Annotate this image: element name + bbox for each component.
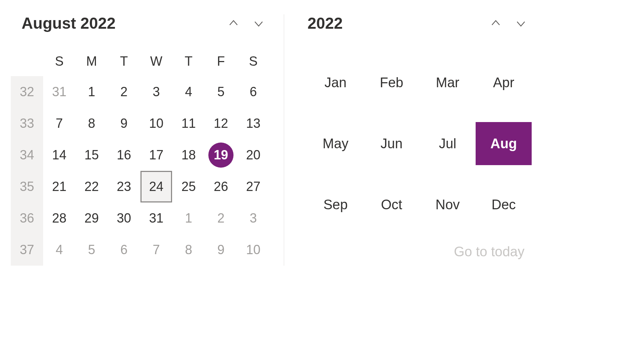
- weekday-header: W: [140, 47, 172, 76]
- day-cell[interactable]: 28: [43, 202, 75, 234]
- day-cell[interactable]: 17: [140, 139, 172, 171]
- week-number: 35: [11, 171, 43, 202]
- day-cell[interactable]: 9: [108, 108, 140, 139]
- year-prev-button[interactable]: [489, 16, 503, 31]
- day-cell[interactable]: 20: [237, 139, 269, 171]
- day-cell[interactable]: 25: [172, 171, 205, 202]
- day-cell[interactable]: 31: [140, 202, 172, 234]
- month-cell[interactable]: Jul: [420, 122, 476, 165]
- day-cell[interactable]: 21: [43, 171, 75, 202]
- month-panel: August 2022 SMTWTFS323112345633789101112…: [11, 14, 284, 266]
- day-cell[interactable]: 22: [75, 171, 108, 202]
- month-cell[interactable]: Jun: [364, 122, 420, 165]
- day-cell[interactable]: 14: [43, 139, 75, 171]
- day-cell[interactable]: 5: [75, 234, 108, 266]
- month-nav-arrows: [226, 16, 266, 31]
- arrow-up-icon: [227, 17, 240, 30]
- month-cell[interactable]: Nov: [420, 183, 476, 226]
- day-cell[interactable]: 4: [172, 76, 205, 108]
- week-number: 32: [11, 76, 43, 108]
- day-cell[interactable]: 31: [43, 76, 75, 108]
- arrow-up-icon: [489, 17, 502, 30]
- weekday-header: S: [237, 47, 269, 76]
- day-cell[interactable]: 3: [140, 76, 172, 108]
- day-cell[interactable]: 1: [75, 76, 108, 108]
- day-cell[interactable]: 12: [205, 108, 237, 139]
- year-grid: JanFebMarAprMayJunJulAugSepOctNovDec: [304, 47, 535, 226]
- day-cell[interactable]: 19: [205, 139, 237, 171]
- day-cell[interactable]: 26: [205, 171, 237, 202]
- day-cell[interactable]: 9: [205, 234, 237, 266]
- week-number: 33: [11, 108, 43, 139]
- day-cell[interactable]: 10: [237, 234, 269, 266]
- year-header: 2022: [304, 14, 535, 47]
- weekday-header: S: [43, 47, 75, 76]
- month-cell[interactable]: Jan: [308, 61, 364, 104]
- month-cell[interactable]: Oct: [364, 183, 420, 226]
- day-cell[interactable]: 16: [108, 139, 140, 171]
- week-number: 34: [11, 139, 43, 171]
- day-cell[interactable]: 24: [140, 171, 172, 202]
- year-next-button[interactable]: [514, 16, 528, 31]
- day-cell[interactable]: 11: [172, 108, 205, 139]
- month-next-button[interactable]: [251, 16, 266, 31]
- day-cell[interactable]: 2: [205, 202, 237, 234]
- day-cell[interactable]: 4: [43, 234, 75, 266]
- month-cell[interactable]: May: [308, 122, 364, 165]
- day-cell[interactable]: 1: [172, 202, 205, 234]
- month-cell[interactable]: Mar: [420, 61, 476, 104]
- day-cell[interactable]: 18: [172, 139, 205, 171]
- day-cell[interactable]: 6: [108, 234, 140, 266]
- weekday-header: T: [108, 47, 140, 76]
- week-num-header-blank: [11, 47, 43, 76]
- week-number: 37: [11, 234, 43, 266]
- month-title[interactable]: August 2022: [22, 14, 116, 32]
- day-cell[interactable]: 30: [108, 202, 140, 234]
- year-nav-arrows: [489, 16, 528, 31]
- day-cell[interactable]: 2: [108, 76, 140, 108]
- day-cell[interactable]: 13: [237, 108, 269, 139]
- month-grid: SMTWTFS323112345633789101112133414151617…: [11, 47, 273, 266]
- year-title[interactable]: 2022: [308, 14, 343, 32]
- month-cell[interactable]: Apr: [476, 61, 532, 104]
- calendar-wrapper: August 2022 SMTWTFS323112345633789101112…: [0, 0, 638, 280]
- month-header: August 2022: [11, 14, 273, 47]
- day-cell[interactable]: 8: [75, 108, 108, 139]
- month-cell[interactable]: Aug: [476, 122, 532, 165]
- go-to-today-button[interactable]: Go to today: [304, 226, 535, 260]
- day-cell[interactable]: 8: [172, 234, 205, 266]
- weekday-header: T: [172, 47, 205, 76]
- month-cell[interactable]: Dec: [476, 183, 532, 226]
- day-cell[interactable]: 6: [237, 76, 269, 108]
- day-cell[interactable]: 3: [237, 202, 269, 234]
- day-cell[interactable]: 10: [140, 108, 172, 139]
- arrow-down-icon: [252, 17, 265, 30]
- day-cell[interactable]: 7: [140, 234, 172, 266]
- weekday-header: F: [205, 47, 237, 76]
- day-cell[interactable]: 23: [108, 171, 140, 202]
- day-cell[interactable]: 29: [75, 202, 108, 234]
- month-cell[interactable]: Sep: [308, 183, 364, 226]
- week-number: 36: [11, 202, 43, 234]
- day-cell[interactable]: 15: [75, 139, 108, 171]
- month-cell[interactable]: Feb: [364, 61, 420, 104]
- day-cell[interactable]: 7: [43, 108, 75, 139]
- year-panel: 2022 JanFebMarAprMayJunJulAugSepOctNovDe…: [284, 14, 535, 266]
- day-cell[interactable]: 27: [237, 171, 269, 202]
- day-cell[interactable]: 5: [205, 76, 237, 108]
- arrow-down-icon: [514, 17, 527, 30]
- weekday-header: M: [75, 47, 108, 76]
- month-prev-button[interactable]: [226, 16, 241, 31]
